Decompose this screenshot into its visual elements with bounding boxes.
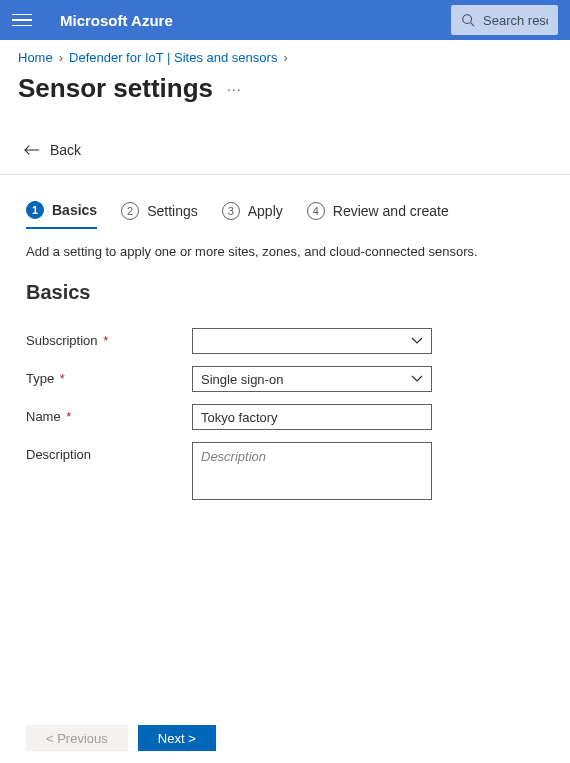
step-label: Review and create — [333, 203, 449, 219]
svg-line-1 — [471, 23, 475, 27]
step-label: Basics — [52, 202, 97, 218]
page-title-row: Sensor settings ··· — [0, 69, 570, 104]
section-heading: Basics — [26, 281, 544, 304]
tab-settings[interactable]: 2 Settings — [121, 202, 198, 228]
row-type: Type * Single sign-on — [26, 366, 544, 392]
back-label: Back — [50, 142, 81, 158]
row-name: Name * — [26, 404, 544, 430]
svg-point-0 — [463, 15, 472, 24]
chevron-down-icon — [411, 375, 423, 383]
breadcrumb-defender[interactable]: Defender for IoT | Sites and sensors — [69, 50, 277, 65]
step-label: Settings — [147, 203, 198, 219]
step-number: 1 — [26, 201, 44, 219]
step-number: 4 — [307, 202, 325, 220]
name-input[interactable] — [192, 404, 432, 430]
search-input[interactable] — [483, 13, 548, 28]
wizard-footer: < Previous Next > — [26, 725, 216, 751]
description-label: Description — [26, 442, 192, 462]
main-content: 1 Basics 2 Settings 3 Apply 4 Review and… — [0, 175, 570, 503]
page-title: Sensor settings — [18, 73, 213, 104]
row-description: Description — [26, 442, 544, 503]
helper-text: Add a setting to apply one or more sites… — [26, 244, 544, 259]
type-dropdown[interactable]: Single sign-on — [192, 366, 432, 392]
back-button[interactable]: Back — [0, 104, 570, 170]
subscription-label: Subscription * — [26, 328, 192, 348]
step-label: Apply — [248, 203, 283, 219]
type-value: Single sign-on — [201, 372, 283, 387]
step-number: 2 — [121, 202, 139, 220]
chevron-down-icon — [411, 337, 423, 345]
search-icon — [461, 13, 475, 27]
global-search[interactable] — [451, 5, 558, 35]
required-indicator: * — [100, 333, 109, 348]
tab-basics[interactable]: 1 Basics — [26, 201, 97, 229]
tab-review[interactable]: 4 Review and create — [307, 202, 449, 228]
top-header: Microsoft Azure — [0, 0, 570, 40]
more-actions-button[interactable]: ··· — [227, 81, 242, 97]
required-indicator: * — [63, 409, 72, 424]
name-label: Name * — [26, 404, 192, 424]
arrow-left-icon — [24, 144, 40, 156]
row-subscription: Subscription * — [26, 328, 544, 354]
next-button[interactable]: Next > — [138, 725, 216, 751]
type-label: Type * — [26, 366, 192, 386]
description-input[interactable] — [192, 442, 432, 500]
required-indicator: * — [56, 371, 65, 386]
chevron-right-icon: › — [59, 50, 63, 65]
step-number: 3 — [222, 202, 240, 220]
hamburger-icon[interactable] — [12, 10, 32, 30]
wizard-steps: 1 Basics 2 Settings 3 Apply 4 Review and… — [26, 201, 544, 230]
tab-apply[interactable]: 3 Apply — [222, 202, 283, 228]
breadcrumb: Home › Defender for IoT | Sites and sens… — [0, 40, 570, 69]
previous-button[interactable]: < Previous — [26, 725, 128, 751]
subscription-dropdown[interactable] — [192, 328, 432, 354]
brand-label: Microsoft Azure — [60, 12, 173, 29]
breadcrumb-home[interactable]: Home — [18, 50, 53, 65]
chevron-right-icon: › — [283, 50, 287, 65]
